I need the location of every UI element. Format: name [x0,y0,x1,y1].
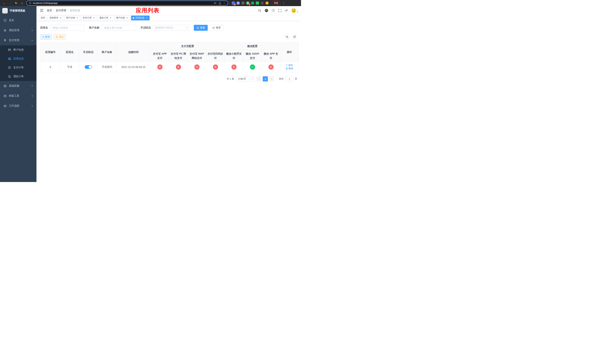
infrastructure-icon [3,85,7,87]
sidebar-item-workflow[interactable]: 工作流程 [0,101,36,111]
col-header-alipay-qr: 支付宝扫码支付 [206,50,225,62]
filter-form: 应用名 商户名称 开启状态 请选择开启状态 ▾ 搜索 [40,25,297,31]
extension-green-icon[interactable] [256,1,259,5]
extension-drop-icon[interactable] [236,1,240,5]
share-icon[interactable] [219,2,221,4]
prev-page-button[interactable]: ‹ [256,76,262,81]
address-bar[interactable]: localhost:1024/pay/app ☆ [26,0,228,6]
current-page[interactable]: 1 [263,76,268,81]
sidebar-subitem-label: 商户信息 [13,48,24,52]
home-button[interactable]: ⌂ [20,1,24,6]
search-icon[interactable] [258,9,261,12]
password-key-icon[interactable] [214,2,216,4]
extension-dark-icon[interactable] [241,1,245,5]
goto-page-input[interactable] [285,76,293,81]
extensions-tray: 10 1 [232,1,269,5]
app-table: 应用编号 应用名 开启状态 商户名称 创建时间 支付宝配置 微信配置 操作 支付… [40,42,299,72]
sidebar-item-label: 基础设施 [9,84,19,87]
page-size-select[interactable]: 10条/页 ▾ [236,76,254,81]
sidebar-item-payment[interactable]: ¥ 支付管理 [0,35,36,45]
tab-merchant-info[interactable]: 商户信息 × [114,16,130,20]
tab-home[interactable]: 首页 [39,16,47,20]
toggle-search-button[interactable] [284,34,290,40]
browser-update-button[interactable]: 更新 [272,1,280,5]
sidebar-logo[interactable]: 芋道管理系统 [0,6,36,15]
reset-button[interactable]: 重置 [210,25,224,31]
sidebar-item-infra[interactable]: 基础设施 [0,81,36,91]
delete-link[interactable]: 删除 [286,67,293,70]
next-page-button[interactable]: › [269,76,274,81]
browser-menu-icon[interactable]: ⋮ [281,1,286,5]
tab-user-group[interactable]: 用户分组 × [64,16,80,20]
status-select[interactable]: 请选择开启状态 ▾ [153,25,189,31]
close-icon[interactable]: × [59,17,62,19]
reset-button-label: 重置 [216,26,221,30]
user-menu[interactable]: ▾ [291,8,298,13]
export-button[interactable]: 导出 [54,34,66,40]
refresh-button[interactable] [292,34,297,40]
sidebar-item-label: 支付管理 [9,39,19,42]
chevron-down-icon [31,105,33,107]
tab-flow-form[interactable]: 流程表单 × [48,16,64,20]
edit-icon: ✎ [286,64,288,66]
close-icon[interactable]: × [109,17,112,19]
extension-green-badge-icon[interactable]: 1 [246,1,249,5]
close-icon[interactable]: × [126,17,129,19]
sidebar-subitem-label: 应用信息 [13,57,24,60]
sidebar-subitem-label: 支付订单 [13,66,24,69]
url-text[interactable]: localhost:1024/pay/app [33,2,212,4]
cell-alipay-app: × [151,62,169,72]
tab-pay-order[interactable]: 支付订单 × [81,16,97,20]
breadcrumb-payment[interactable]: 支付管理 [56,9,66,12]
bookmark-star-icon[interactable]: ☆ [223,2,226,4]
yen-icon: ¥ [3,39,7,42]
col-header-status: 开启状态 [79,43,98,62]
close-icon[interactable]: × [93,17,95,19]
github-icon[interactable] [265,9,268,12]
sidebar-subitem-merchant-info[interactable]: 商户信息 [0,45,36,54]
sidebar-item-label: 研发工具 [9,94,19,97]
reload-button[interactable]: ↻ [14,1,19,6]
help-icon[interactable]: ? [272,9,275,12]
sidebar-subitem-label: 退款订单 [13,75,24,78]
edit-link[interactable]: ✎ 修改 [286,64,293,67]
extension-blue-icon[interactable]: 10 [232,1,235,5]
tags-view: 首页 流程表单 × 用户分组 × 支付订单 × 退款订单 × 商户信息 × [36,15,301,21]
workflow-icon [3,105,7,107]
sidebar-subitem-pay-order[interactable]: 支付订单 [0,63,36,72]
sidebar-subitem-app-info[interactable]: 应用信息 [0,54,36,63]
sidebar-item-home[interactable]: 首页 [0,15,36,25]
sidebar-item-system[interactable]: ⚙ 系统管理 [0,25,36,35]
fullscreen-icon[interactable] [279,9,281,12]
extensions-puzzle-icon[interactable] [261,1,264,5]
breadcrumb-home[interactable]: 首页 [47,9,52,12]
merchant-name-label: 商户名称 [89,26,99,30]
col-header-actions: 操作 [280,43,299,62]
close-icon[interactable]: × [76,17,78,19]
page-size-value: 10条/页 [238,77,246,81]
close-icon[interactable]: × [145,17,148,19]
status-toggle[interactable] [85,65,92,69]
font-size-icon[interactable]: TT [285,9,288,12]
sidebar-subitem-refund-order[interactable]: 退款订单 [0,72,36,81]
forward-button[interactable]: → [8,1,13,6]
col-header-wechat-app: 微信 APP 支付 [262,50,280,62]
tab-refund-order[interactable]: 退款订单 × [98,16,113,20]
sidebar: 芋道管理系统 首页 ⚙ 系统管理 ¥ 支付管理 [0,6,36,182]
config-status-icon: × [194,64,200,70]
tab-label: 用户分组 [66,16,75,20]
search-button[interactable]: 搜索 [194,25,208,31]
sidebar-item-dev-tools[interactable]: 研发工具 [0,91,36,101]
profile-face-icon[interactable] [266,1,269,5]
app-name-input[interactable] [50,25,85,31]
merchant-name-input[interactable] [102,25,136,31]
grid-icon [8,57,11,60]
hamburger-icon[interactable] [39,8,44,13]
tab-app-info[interactable]: 应用信息 × [131,16,150,20]
extension-wechat-icon[interactable] [251,1,254,5]
add-button[interactable]: + 新增 [40,34,52,40]
site-info-icon[interactable] [29,2,31,4]
back-button[interactable]: ← [2,1,7,6]
avatar [291,8,296,13]
sidebar-item-label: 首页 [9,19,14,22]
